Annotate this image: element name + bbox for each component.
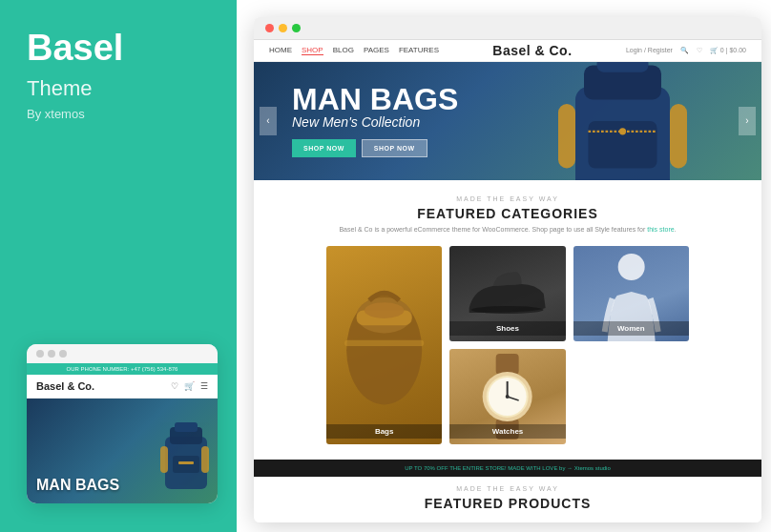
- featured-products-section: MADE THE EASY WAY FEATURED PRODUCTS: [254, 477, 761, 522]
- featured-categories: MADE THE EASY WAY FEATURED CATEGORIES Ba…: [254, 180, 761, 460]
- browser-mockup: HOME SHOP BLOG PAGES FEATURES Basel & Co…: [254, 17, 761, 522]
- category-watches[interactable]: Watches: [449, 349, 565, 444]
- author-label: By xtemos: [27, 107, 210, 121]
- products-title: FEATURED PRODUCTS: [269, 496, 746, 511]
- svg-rect-13: [558, 104, 575, 169]
- right-panel: HOME SHOP BLOG PAGES FEATURES Basel & Co…: [237, 0, 771, 532]
- svg-point-22: [617, 254, 644, 280]
- hero-secondary-button[interactable]: SHOP NOW: [362, 139, 427, 157]
- categories-title: FEATURED CATEGORIES: [269, 206, 746, 221]
- nav-features[interactable]: FEATURES: [399, 46, 439, 55]
- category-shoes[interactable]: Shoes: [449, 246, 565, 341]
- hero-sub-text: New Men's Collection: [292, 114, 458, 130]
- menu-icon: ☰: [200, 381, 208, 391]
- nav-home[interactable]: HOME: [269, 46, 292, 55]
- svg-rect-9: [597, 62, 649, 72]
- login-link[interactable]: Login / Register: [626, 47, 673, 53]
- browser-chrome: [254, 17, 761, 40]
- hero-prev-button[interactable]: ‹: [260, 107, 277, 135]
- store-nav-right: Login / Register 🔍 ♡ 🛒 0 | $0.00: [626, 47, 746, 54]
- hero-main-text: MAN BAGS: [292, 84, 458, 114]
- store-bottom-bar: UP TO 70% OFF THE ENTIRE STORE! MADE WIT…: [254, 460, 761, 477]
- svg-rect-2: [175, 422, 198, 432]
- svg-rect-5: [160, 446, 168, 473]
- svg-rect-14: [670, 104, 687, 169]
- browser-dot-close: [265, 24, 274, 32]
- wishlist-icon[interactable]: ♡: [697, 47, 702, 54]
- watches-label: Watches: [449, 424, 565, 439]
- women-label: Women: [573, 321, 689, 336]
- category-women[interactable]: Women: [573, 246, 689, 341]
- svg-rect-6: [201, 446, 209, 473]
- left-panel: Basel Theme By xtemos OUR PHONE NUMBER: …: [0, 0, 237, 532]
- store-navbar: HOME SHOP BLOG PAGES FEATURES Basel & Co…: [254, 40, 761, 62]
- search-icon[interactable]: 🔍: [680, 47, 689, 54]
- svg-point-19: [365, 302, 405, 318]
- hero-text-block: MAN BAGS New Men's Collection SHOP NOW S…: [292, 84, 458, 157]
- store-hero: ‹ MAN BAGS New Men's Collection SHOP NOW…: [254, 62, 761, 180]
- svg-rect-23: [496, 354, 519, 375]
- studio-name: Xtemos studio: [574, 465, 611, 471]
- svg-point-21: [471, 306, 544, 314]
- browser-dot-minimize: [279, 24, 287, 32]
- browser-content: HOME SHOP BLOG PAGES FEATURES Basel & Co…: [254, 40, 761, 522]
- hero-next-button[interactable]: ›: [739, 107, 756, 135]
- cart-icon: 🛒: [184, 381, 195, 391]
- hero-buttons: SHOP NOW SHOP NOW: [292, 139, 458, 157]
- mobile-logo: Basel & Co.: [36, 380, 94, 392]
- categories-link[interactable]: this store: [647, 226, 674, 233]
- categories-desc: Basel & Co is a powerful eCommerce theme…: [269, 225, 746, 235]
- mobile-chrome: [27, 344, 218, 363]
- hero-primary-button[interactable]: SHOP NOW: [292, 139, 356, 157]
- theme-label: Theme: [27, 76, 210, 101]
- mobile-dot-2: [48, 350, 55, 358]
- category-bags[interactable]: Bags: [326, 246, 442, 444]
- heart-icon: ♡: [171, 381, 178, 391]
- hero-bag-illustration: [523, 72, 714, 171]
- mobile-hero-text: MAN BAGS: [36, 477, 119, 494]
- products-eyebrow: MADE THE EASY WAY: [269, 485, 746, 492]
- svg-rect-20: [344, 340, 424, 346]
- store-nav-links: HOME SHOP BLOG PAGES FEATURES: [269, 46, 439, 55]
- backpack-svg: [523, 62, 714, 180]
- nav-blog[interactable]: BLOG: [333, 46, 354, 55]
- mobile-preview: OUR PHONE NUMBER: +47 (756) 534-876 Base…: [27, 344, 218, 503]
- mobile-dot-3: [59, 350, 67, 358]
- categories-eyebrow: MADE THE EASY WAY: [269, 195, 746, 202]
- promo-text: UP TO 70% OFF THE ENTIRE STORE! MADE WIT…: [405, 465, 611, 471]
- store-logo: Basel & Co.: [492, 43, 572, 58]
- mobile-nav-icons: ♡ 🛒 ☰: [171, 381, 208, 391]
- nav-shop[interactable]: SHOP: [302, 46, 323, 55]
- mobile-dot-1: [36, 350, 44, 358]
- nav-pages[interactable]: PAGES: [364, 46, 389, 55]
- mobile-topbar: OUR PHONE NUMBER: +47 (756) 534-876: [27, 363, 218, 375]
- bags-label: Bags: [326, 424, 442, 439]
- categories-grid: Bags Shoes: [326, 246, 689, 444]
- mobile-hero: MAN BAGS: [27, 399, 218, 503]
- svg-point-12: [619, 128, 626, 134]
- svg-rect-4: [178, 461, 194, 464]
- mobile-bag-illustration: [146, 408, 218, 503]
- browser-dot-maximize: [292, 24, 301, 32]
- theme-name: Basel: [27, 29, 210, 69]
- cart-icon[interactable]: 🛒 0 | $0.00: [710, 47, 746, 54]
- mobile-navbar: Basel & Co. ♡ 🛒 ☰: [27, 375, 218, 399]
- shoes-label: Shoes: [449, 321, 565, 336]
- bags-illustration: [326, 246, 442, 444]
- svg-point-30: [506, 395, 510, 399]
